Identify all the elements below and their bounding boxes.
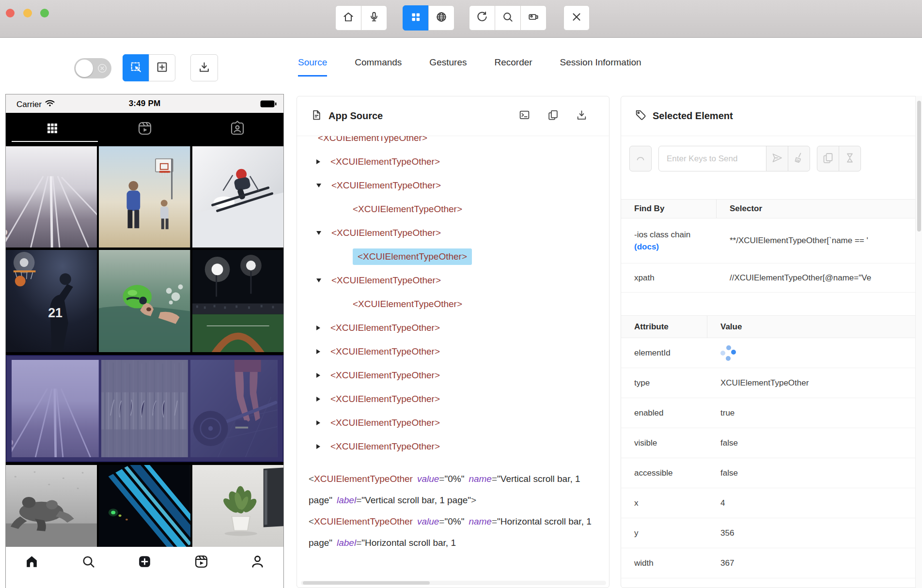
docs-link[interactable]: (docs) <box>634 242 717 252</box>
tree-node[interactable]: <XCUIElementTypeOther> <box>297 316 609 340</box>
swipe-by-coordinates-button[interactable] <box>149 54 175 81</box>
close-window-button[interactable] <box>6 9 15 17</box>
terminal-icon[interactable] <box>518 109 531 123</box>
tile-skier-red-helmet[interactable] <box>192 146 283 248</box>
minimize-window-button[interactable] <box>23 9 32 17</box>
xml-line[interactable]: <XCUIElementTypeOthervalue="0%"name="Ver… <box>309 468 594 511</box>
home-button[interactable] <box>335 5 361 31</box>
screenshot-refresh-toggle[interactable] <box>74 58 111 78</box>
search-button[interactable] <box>495 5 521 31</box>
tile-wrestlers-grayscale[interactable] <box>6 465 97 547</box>
source-horizontal-scrollbar[interactable] <box>301 581 606 585</box>
microphone-icon <box>368 11 380 25</box>
profile-nav-icon[interactable] <box>250 554 265 571</box>
caret-right-icon[interactable] <box>316 397 320 402</box>
toolbar-group-view <box>403 5 454 31</box>
create-post-nav-icon[interactable] <box>137 554 152 571</box>
download-source-icon[interactable] <box>576 109 588 123</box>
tab-gestures[interactable]: Gestures <box>429 57 467 77</box>
caret-right-icon[interactable] <box>316 349 320 354</box>
swipe-coordinates-icon <box>156 61 169 76</box>
home-icon <box>342 11 355 25</box>
tile-foggy-running-track[interactable]: 3 <box>6 146 97 248</box>
device-screenshot-mirror[interactable]: 3:49 PM Carrier 3 <box>6 94 283 588</box>
reels-nav-icon[interactable] <box>194 554 209 571</box>
tree-node[interactable]: <XCUIElementTypeOther> <box>297 292 609 316</box>
refresh-button[interactable] <box>469 5 495 31</box>
grid-tab-icon[interactable] <box>44 120 61 139</box>
tile-outdoor-basketball[interactable] <box>99 146 190 248</box>
tile-swimmer-green-cap[interactable] <box>99 250 190 352</box>
tile-desk-plant-laptop[interactable] <box>192 465 283 547</box>
jersey-number: 21 <box>48 305 63 320</box>
tree-node[interactable]: <XCUIElementTypeOther> <box>297 197 609 221</box>
zoom-window-button[interactable] <box>40 9 49 17</box>
tree-node[interactable]: <XCUIElementTypeOther> <box>297 136 609 150</box>
element-actions-row <box>629 146 861 171</box>
xml-line[interactable]: <XCUIElementTypeOthervalue="0%"name="Hor… <box>309 511 594 554</box>
caret-right-icon[interactable] <box>316 444 320 449</box>
tree-node[interactable]: <XCUIElementTypeOther> <box>297 434 609 458</box>
caret-down-icon[interactable] <box>316 184 321 187</box>
reels-tab-icon[interactable] <box>137 120 153 139</box>
microphone-button[interactable] <box>361 5 387 31</box>
tree-node[interactable]: <XCUIElementTypeOther> <box>297 340 609 363</box>
caret-right-icon[interactable] <box>316 159 320 164</box>
tree-node[interactable]: <XCUIElementTypeOther> <box>297 268 609 292</box>
table-row: y 356 <box>621 518 922 548</box>
caret-down-icon[interactable] <box>316 231 321 235</box>
tap-element-button[interactable] <box>629 146 652 171</box>
search-nav-icon[interactable] <box>81 554 96 571</box>
close-session-button[interactable] <box>563 5 590 31</box>
tile-barbell-deadlift-highlighted[interactable] <box>190 360 278 457</box>
selected-element-highlight-row[interactable]: 3 <box>6 355 283 462</box>
photo-grid-row: 3 <box>6 146 283 248</box>
scrollbar-thumb[interactable] <box>303 581 430 585</box>
caret-right-icon[interactable] <box>316 325 320 330</box>
home-nav-icon[interactable] <box>24 554 39 571</box>
selected-element-title: Selected Element <box>653 110 733 122</box>
tree-node[interactable]: <XCUIElementTypeOther> <box>297 150 609 173</box>
find-by-strategy: xpath <box>621 273 717 283</box>
tab-commands[interactable]: Commands <box>355 57 402 77</box>
send-keys-input[interactable] <box>658 146 766 171</box>
clear-keys-button[interactable] <box>788 146 810 171</box>
copy-attributes-button[interactable] <box>817 146 839 171</box>
screen-recording-button[interactable] <box>520 5 547 31</box>
window-vertical-scrollbar[interactable] <box>915 96 922 588</box>
find-by-header: Find By <box>621 200 717 218</box>
phone-status-bar: 3:49 PM Carrier <box>6 94 283 113</box>
send-keys-button[interactable] <box>766 146 788 171</box>
select-elements-button[interactable] <box>123 54 149 81</box>
tile-neon-light-streaks[interactable] <box>99 465 190 547</box>
tile-basketball-dunk[interactable]: 21 <box>6 250 97 352</box>
selected-element-panel: Selected Element Find By Sel <box>621 96 922 588</box>
tab-source[interactable]: Source <box>298 57 327 77</box>
caret-right-icon[interactable] <box>316 420 320 425</box>
tree-node[interactable]: <XCUIElementTypeOther> <box>297 387 609 411</box>
globe-button[interactable] <box>428 5 454 31</box>
copy-source-icon[interactable] <box>547 109 559 123</box>
tile-foggy-running-track-highlighted[interactable]: 3 <box>12 360 99 457</box>
tab-recorder[interactable]: Recorder <box>494 57 532 77</box>
tree-node[interactable]: <XCUIElementTypeOther> <box>297 411 609 434</box>
caret-down-icon[interactable] <box>316 279 321 282</box>
scrollbar-thumb[interactable] <box>917 101 921 232</box>
select-elements-icon <box>129 61 142 76</box>
tree-node[interactable]: <XCUIElementTypeOther> <box>297 173 609 197</box>
tagged-tab-icon[interactable] <box>229 120 246 139</box>
tree-node[interactable]: <XCUIElementTypeOther> <box>297 363 609 387</box>
tree-node[interactable]: <XCUIElementTypeOther> <box>297 221 609 245</box>
app-grid-button[interactable] <box>403 5 429 31</box>
download-screenshot-button[interactable] <box>190 54 218 81</box>
value-header: Value <box>707 316 742 338</box>
tree-node-selected[interactable]: <XCUIElementTypeOther> <box>297 245 609 268</box>
tab-session-information[interactable]: Session Information <box>560 57 641 77</box>
wait-for-element-button[interactable] <box>839 146 861 171</box>
app-grid-icon <box>409 11 422 25</box>
tile-grass-closeup-highlighted[interactable] <box>101 360 188 457</box>
table-row: elementId <box>621 338 922 368</box>
selector-value: //XCUIElementTypeOther[@name="Ve <box>717 273 922 283</box>
tile-baseball-stadium-night[interactable] <box>192 250 283 352</box>
caret-right-icon[interactable] <box>316 373 320 378</box>
